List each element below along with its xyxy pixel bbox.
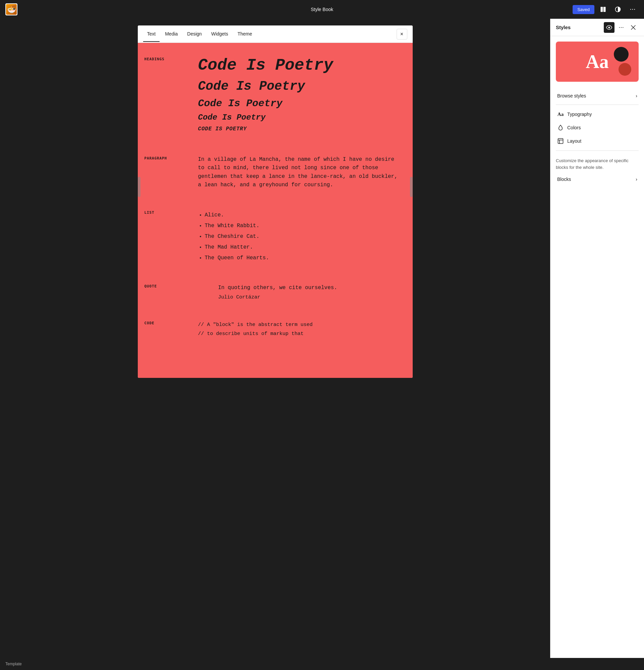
svg-rect-0 bbox=[601, 7, 603, 12]
paragraph-section: PARAGRAPH In a village of La Mancha, the… bbox=[138, 149, 413, 196]
svg-point-9 bbox=[622, 27, 623, 27]
heading-h1: Code Is Poetry bbox=[198, 56, 399, 75]
browse-styles-item[interactable]: Browse styles › bbox=[552, 90, 643, 102]
code-line-1: // A "block" is the abstract term used bbox=[198, 320, 399, 329]
browse-styles-chevron: › bbox=[635, 93, 637, 98]
blocks-chevron: › bbox=[635, 176, 637, 182]
top-bar-title: Style Book bbox=[311, 7, 333, 12]
heading-h4: Code Is Poetry bbox=[198, 113, 399, 123]
saved-button[interactable]: Saved bbox=[573, 5, 594, 14]
dark-mode-button[interactable] bbox=[612, 3, 624, 15]
style-book-content: HEADINGS Code Is Poetry Code Is Poetry C… bbox=[138, 43, 413, 378]
wp-logo-inner: 🍜 bbox=[6, 4, 17, 15]
svg-rect-1 bbox=[603, 7, 606, 12]
sidebar-description: Customize the appearance of specific blo… bbox=[551, 153, 644, 173]
layout-item-left: Layout bbox=[557, 138, 581, 144]
tab-text[interactable]: Text bbox=[143, 26, 160, 42]
heading-h2: Code Is Poetry bbox=[198, 79, 399, 94]
headings-section: HEADINGS Code Is Poetry Code Is Poetry C… bbox=[138, 50, 413, 142]
quote-label: QUOTE bbox=[144, 284, 157, 289]
typography-item[interactable]: Aa Typography bbox=[552, 108, 643, 121]
layout-item[interactable]: Layout bbox=[552, 134, 643, 148]
code-section: CODE // A "block" is the abstract term u… bbox=[138, 313, 413, 345]
svg-point-5 bbox=[634, 9, 635, 10]
code-label: CODE bbox=[144, 321, 155, 325]
blocks-item[interactable]: Blocks › bbox=[552, 173, 643, 185]
tab-design[interactable]: Design bbox=[183, 26, 206, 42]
close-icon bbox=[630, 25, 636, 30]
sidebar-title: Styles bbox=[556, 25, 570, 30]
svg-point-4 bbox=[632, 9, 633, 10]
eye-icon bbox=[606, 25, 612, 30]
colors-item-left: Colors bbox=[557, 124, 581, 131]
list-section: LIST Alice. The White Rabbit. The Cheshi… bbox=[138, 203, 413, 270]
top-bar: 🍜 Style Book Saved bbox=[0, 0, 644, 19]
split-view-button[interactable] bbox=[597, 3, 609, 15]
style-book-tabs: Text Media Design Widgets Theme × bbox=[138, 25, 413, 43]
layout-label: Layout bbox=[567, 138, 581, 144]
sidebar-divider-1 bbox=[556, 105, 639, 105]
tab-theme[interactable]: Theme bbox=[234, 26, 257, 42]
colors-label: Colors bbox=[567, 125, 581, 130]
styles-view-button[interactable] bbox=[604, 22, 615, 33]
colors-item[interactable]: Colors bbox=[552, 121, 643, 134]
quote-section: QUOTE In quoting others, we cite ourselv… bbox=[138, 277, 413, 307]
tab-media[interactable]: Media bbox=[161, 26, 182, 42]
svg-point-3 bbox=[630, 9, 631, 10]
list-label: LIST bbox=[144, 210, 155, 215]
preview-circle-red bbox=[619, 63, 631, 76]
preview-circle-dark bbox=[614, 47, 629, 62]
list-items: Alice. The White Rabbit. The Cheshire Ca… bbox=[198, 210, 399, 263]
bottom-bar-label: Template bbox=[5, 662, 22, 666]
main-layout: Text Media Design Widgets Theme × HEADIN… bbox=[0, 19, 644, 658]
svg-point-6 bbox=[608, 26, 610, 28]
svg-rect-12 bbox=[558, 139, 563, 144]
sidebar-menu: Browse styles › Aa Typography Colors bbox=[551, 87, 644, 188]
top-bar-right: Saved bbox=[573, 3, 639, 15]
list-item: The Mad Hatter. bbox=[205, 242, 399, 253]
top-bar-center: Style Book bbox=[311, 6, 333, 12]
typography-label: Typography bbox=[567, 111, 592, 117]
sidebar-divider-2 bbox=[556, 150, 639, 151]
blocks-label: Blocks bbox=[557, 176, 571, 182]
paragraph-label: PARAGRAPH bbox=[144, 156, 167, 160]
droplet-icon bbox=[557, 125, 564, 131]
heading-h5: CODE IS POETRY bbox=[198, 126, 399, 132]
ellipsis-icon bbox=[629, 6, 636, 13]
paragraph-text: In a village of La Mancha, the name of w… bbox=[198, 156, 399, 190]
contrast-icon bbox=[615, 6, 621, 13]
bottom-bar: Template bbox=[0, 658, 644, 670]
preview-aa-text: Aa bbox=[586, 52, 608, 71]
browse-styles-label: Browse styles bbox=[557, 93, 586, 98]
sidebar-ellipsis-icon bbox=[618, 25, 624, 30]
layout-svg-icon bbox=[557, 138, 564, 144]
list-item: The Queen of Hearts. bbox=[205, 253, 399, 263]
sidebar-close-button[interactable] bbox=[628, 22, 639, 33]
list-item: The Cheshire Cat. bbox=[205, 231, 399, 242]
style-preview-card[interactable]: Aa bbox=[556, 42, 639, 82]
code-text: // A "block" is the abstract term used /… bbox=[198, 320, 399, 338]
list-item: Alice. bbox=[205, 210, 399, 220]
style-book-container: Text Media Design Widgets Theme × HEADIN… bbox=[138, 25, 413, 378]
top-bar-left: 🍜 bbox=[5, 3, 17, 15]
typography-icon: Aa bbox=[557, 111, 564, 118]
more-options-button[interactable] bbox=[627, 3, 639, 15]
wp-logo: 🍜 bbox=[5, 3, 17, 15]
headings-label: HEADINGS bbox=[144, 57, 165, 61]
svg-point-8 bbox=[621, 27, 621, 27]
sidebar-more-button[interactable] bbox=[616, 22, 627, 33]
quote-text: In quoting others, we cite ourselves. bbox=[198, 283, 399, 293]
right-sidebar: Styles Aa Browse styles bbox=[550, 19, 644, 658]
style-book-close-button[interactable]: × bbox=[397, 29, 407, 40]
tab-widgets[interactable]: Widgets bbox=[207, 26, 232, 42]
typography-item-left: Aa Typography bbox=[557, 111, 592, 118]
colors-icon bbox=[557, 124, 564, 131]
layout-icon bbox=[557, 138, 564, 144]
sidebar-header: Styles bbox=[551, 19, 644, 36]
heading-h3: Code Is Poetry bbox=[198, 97, 399, 109]
center-area: Text Media Design Widgets Theme × HEADIN… bbox=[0, 19, 550, 658]
quote-author: Julio Cortázar bbox=[198, 294, 399, 300]
split-view-icon bbox=[600, 6, 606, 13]
svg-point-7 bbox=[619, 27, 620, 27]
code-line-2: // to describe units of markup that bbox=[198, 329, 399, 338]
